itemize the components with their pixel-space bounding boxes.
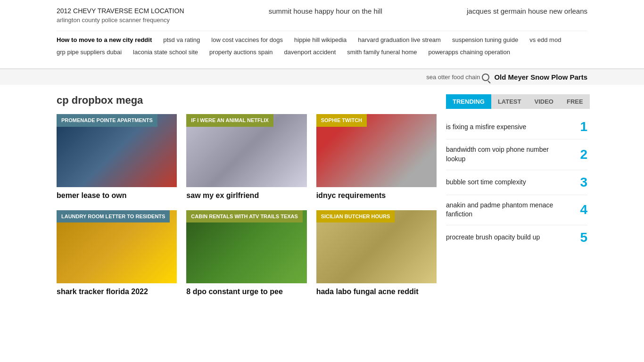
trending-number: 3 bbox=[573, 176, 587, 189]
header-subtitle: arlington county police scanner frequenc… bbox=[57, 16, 184, 24]
trending-text: is fixing a misfire expensive bbox=[446, 123, 569, 132]
article-thumbnail: LAUNDRY ROOM LETTER TO RESIDENTS bbox=[57, 210, 177, 283]
article-label: SOPHIE TWITCH bbox=[316, 114, 367, 126]
trending-item[interactable]: bubble sort time complexity3 bbox=[446, 170, 587, 195]
article-title: idnyc requirements bbox=[316, 191, 437, 201]
article-label: CABIN RENTALS WITH ATV TRAILS TEXAS bbox=[186, 210, 303, 222]
nav-tag[interactable]: How to move to a new city reddit bbox=[57, 36, 152, 44]
trending-text: bubble sort time complexity bbox=[446, 178, 569, 187]
main-layout: cp dropbox mega PROMENADE POINTE APARTME… bbox=[0, 85, 644, 306]
search-prefix: sea otter food chain bbox=[426, 74, 480, 81]
article-card[interactable]: SICILIAN BUTCHER HOURShada labo fungal a… bbox=[316, 210, 437, 297]
article-thumbnail: SICILIAN BUTCHER HOURS bbox=[316, 210, 437, 283]
article-card[interactable]: SOPHIE TWITCHidnyc requirements bbox=[316, 114, 437, 201]
trending-number: 2 bbox=[573, 148, 587, 161]
nav-tag[interactable]: smith family funeral home bbox=[347, 48, 417, 57]
header-top: 2012 CHEVY TRAVERSE ECM LOCATION arlingt… bbox=[57, 7, 587, 24]
article-label: LAUNDRY ROOM LETTER TO RESIDENTS bbox=[57, 210, 170, 222]
sidebar-tabs: TRENDINGLATESTVIDEOFREE bbox=[446, 94, 587, 109]
trending-item[interactable]: anakin and padme phantom menace fanficti… bbox=[446, 195, 587, 225]
header-left: 2012 CHEVY TRAVERSE ECM LOCATION arlingt… bbox=[57, 7, 184, 24]
article-card[interactable]: PROMENADE POINTE APARTMENTSbemer lease t… bbox=[57, 114, 177, 201]
nav-tag[interactable]: property auctions spain bbox=[209, 48, 272, 57]
nav-tag[interactable]: ptsd va rating bbox=[163, 36, 200, 44]
sidebar-tab-video[interactable]: VIDEO bbox=[528, 94, 560, 109]
article-grid: PROMENADE POINTE APARTMENTSbemer lease t… bbox=[57, 114, 437, 297]
trending-item[interactable]: is fixing a misfire expensive1 bbox=[446, 115, 587, 140]
trending-list: is fixing a misfire expensive1bandwidth … bbox=[446, 115, 587, 249]
trending-text: procreate brush opacity build up bbox=[446, 233, 569, 242]
article-label: SICILIAN BUTCHER HOURS bbox=[316, 210, 395, 222]
nav-tag[interactable]: powerapps chaining operation bbox=[428, 48, 510, 57]
sidebar-tab-latest[interactable]: LATEST bbox=[491, 94, 528, 109]
nav-tag[interactable]: davenport accident bbox=[284, 48, 336, 57]
search-highlight[interactable]: Old Meyer Snow Plow Parts bbox=[494, 73, 587, 81]
trending-number: 5 bbox=[573, 231, 587, 244]
article-thumbnail: CABIN RENTALS WITH ATV TRAILS TEXAS bbox=[186, 210, 306, 283]
trending-item[interactable]: bandwidth com voip phone number lookup2 bbox=[446, 140, 587, 170]
nav-tag[interactable]: grp pipe suppliers dubai bbox=[57, 48, 122, 57]
trending-number: 4 bbox=[573, 203, 587, 216]
article-label: IF I WERE AN ANIMAL NETFLIX bbox=[186, 114, 273, 126]
article-title: shark tracker florida 2022 bbox=[57, 287, 177, 297]
nav-tag[interactable]: harvard graduation live stream bbox=[358, 36, 441, 44]
article-thumbnail: IF I WERE AN ANIMAL NETFLIX bbox=[186, 114, 306, 187]
nav-tag[interactable]: vs edd mod bbox=[529, 36, 561, 44]
article-title: saw my ex girlfriend bbox=[186, 191, 306, 201]
article-card[interactable]: LAUNDRY ROOM LETTER TO RESIDENTSshark tr… bbox=[57, 210, 177, 297]
sidebar-tab-trending[interactable]: TRENDING bbox=[446, 94, 491, 109]
sidebar: TRENDINGLATESTVIDEOFREE is fixing a misf… bbox=[446, 94, 587, 297]
sidebar-tab-free[interactable]: FREE bbox=[560, 94, 590, 109]
content-area: cp dropbox mega PROMENADE POINTE APARTME… bbox=[57, 94, 437, 297]
article-thumbnail: PROMENADE POINTE APARTMENTS bbox=[57, 114, 177, 187]
search-bar: sea otter food chain Old Meyer Snow Plow… bbox=[0, 69, 644, 85]
header-center-link[interactable]: summit house happy hour on the hill bbox=[269, 7, 382, 15]
nav-tag[interactable]: laconia state school site bbox=[133, 48, 198, 57]
nav-tag[interactable]: hippie hill wikipedia bbox=[294, 36, 347, 44]
content-header: cp dropbox mega bbox=[57, 94, 437, 107]
header-right-link[interactable]: jacques st germain house new orleans bbox=[467, 7, 587, 15]
article-title: hada labo fungal acne reddit bbox=[316, 287, 437, 297]
trending-number: 1 bbox=[573, 120, 587, 133]
article-card[interactable]: IF I WERE AN ANIMAL NETFLIXsaw my ex gir… bbox=[186, 114, 306, 201]
article-title: 8 dpo constant urge to pee bbox=[186, 287, 306, 297]
article-card[interactable]: CABIN RENTALS WITH ATV TRAILS TEXAS8 dpo… bbox=[186, 210, 306, 297]
search-icon[interactable] bbox=[482, 74, 489, 81]
trending-text: anakin and padme phantom menace fanficti… bbox=[446, 201, 569, 219]
nav-tag[interactable]: suspension tuning guide bbox=[452, 36, 518, 44]
trending-text: bandwidth com voip phone number lookup bbox=[446, 145, 569, 164]
article-label: PROMENADE POINTE APARTMENTS bbox=[57, 114, 157, 126]
trending-item[interactable]: procreate brush opacity build up5 bbox=[446, 225, 587, 250]
article-thumbnail: SOPHIE TWITCH bbox=[316, 114, 437, 187]
nav-tags: How to move to a new city redditptsd va … bbox=[57, 31, 587, 61]
nav-tag[interactable]: low cost vaccines for dogs bbox=[211, 36, 283, 44]
header-title-link[interactable]: 2012 CHEVY TRAVERSE ECM LOCATION bbox=[57, 7, 184, 15]
header: 2012 CHEVY TRAVERSE ECM LOCATION arlingt… bbox=[0, 0, 644, 69]
article-title: bemer lease to own bbox=[57, 191, 177, 201]
header-title[interactable]: 2012 CHEVY TRAVERSE ECM LOCATION bbox=[57, 7, 184, 15]
